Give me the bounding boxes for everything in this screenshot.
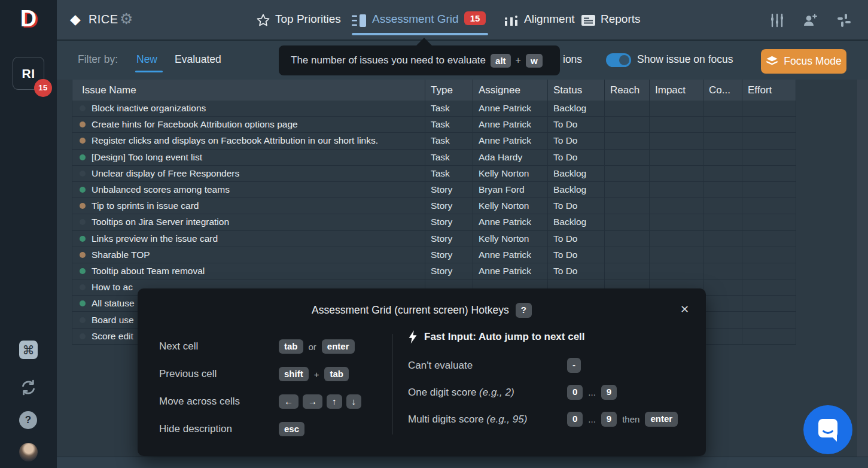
- close-icon[interactable]: ✕: [680, 303, 689, 316]
- confidence-cell[interactable]: [703, 214, 742, 230]
- filter-tab-new[interactable]: New: [136, 53, 157, 66]
- chat-launcher[interactable]: [803, 405, 852, 454]
- effort-cell[interactable]: [742, 312, 796, 327]
- issue-name-cell[interactable]: Tooltip about Team removal: [72, 263, 425, 279]
- table-row[interactable]: Tooltip about Team removalStoryAnne Patr…: [72, 263, 796, 279]
- tab-reports[interactable]: Reports: [601, 13, 641, 26]
- issue-name-cell[interactable]: Register clicks and displays on Facebook…: [72, 133, 425, 148]
- confidence-cell[interactable]: [703, 279, 742, 295]
- scrollbar-gutter[interactable]: [857, 80, 868, 457]
- effort-cell[interactable]: [742, 182, 796, 197]
- avatar[interactable]: [19, 443, 38, 461]
- help-icon[interactable]: ?: [19, 411, 37, 429]
- impact-cell[interactable]: [650, 150, 703, 165]
- column-header[interactable]: Reach: [605, 80, 650, 101]
- impact-cell[interactable]: [650, 198, 703, 214]
- confidence-cell[interactable]: [703, 263, 742, 279]
- issue-name-cell[interactable]: Unbalanced scores among teams: [72, 182, 425, 197]
- table-row[interactable]: Create hints for Facebook Attribution op…: [72, 117, 796, 133]
- effort-cell[interactable]: [742, 296, 796, 311]
- issue-name-cell[interactable]: Sharable TOP: [72, 247, 425, 263]
- tab-top-priorities[interactable]: Top Priorities: [275, 13, 341, 26]
- reach-cell[interactable]: [605, 231, 650, 247]
- app-logo[interactable]: D: [0, 6, 57, 32]
- table-row[interactable]: Tip to sprints in issue cardStoryKelly N…: [72, 198, 796, 214]
- confidence-cell[interactable]: [703, 312, 742, 327]
- impact-cell[interactable]: [650, 166, 703, 181]
- confidence-cell[interactable]: [703, 182, 742, 197]
- effort-cell[interactable]: [742, 150, 796, 165]
- table-row[interactable]: [Design] Too long event listTaskAda Hard…: [72, 150, 796, 166]
- reach-cell[interactable]: [605, 263, 650, 279]
- sliders-icon[interactable]: [770, 13, 784, 30]
- filter-tab-evaluated[interactable]: Evaluated: [175, 53, 221, 66]
- sync-icon[interactable]: [19, 378, 38, 397]
- issue-name-cell[interactable]: Links preview in the issue card: [72, 231, 425, 247]
- workspace-button[interactable]: RI 15: [13, 57, 44, 90]
- column-header[interactable]: Type: [425, 80, 473, 101]
- effort-cell[interactable]: [742, 133, 796, 148]
- effort-cell[interactable]: [742, 263, 796, 279]
- reach-cell[interactable]: [605, 101, 650, 116]
- command-icon[interactable]: ⌘: [19, 341, 38, 359]
- confidence-cell[interactable]: [703, 117, 742, 132]
- effort-cell[interactable]: [742, 279, 796, 295]
- reach-cell[interactable]: [605, 117, 650, 132]
- board-name[interactable]: RICE: [89, 13, 118, 26]
- impact-cell[interactable]: [650, 263, 703, 279]
- issue-name-cell[interactable]: Tooltips on Jira Server integration: [72, 214, 425, 230]
- table-row[interactable]: Register clicks and displays on Facebook…: [72, 133, 796, 149]
- table-row[interactable]: Unclear display of Free RespondersTaskKe…: [72, 166, 796, 182]
- reach-cell[interactable]: [605, 198, 650, 214]
- effort-cell[interactable]: [742, 101, 796, 116]
- tab-alignment[interactable]: Alignment: [524, 13, 575, 26]
- effort-cell[interactable]: [742, 231, 796, 247]
- column-header[interactable]: Co...: [703, 80, 742, 101]
- confidence-cell[interactable]: [703, 166, 742, 181]
- column-header[interactable]: Assignee: [473, 80, 548, 101]
- reach-cell[interactable]: [605, 182, 650, 197]
- issue-name-cell[interactable]: Block inactive organizations: [72, 101, 425, 116]
- add-user-icon[interactable]: [802, 13, 818, 30]
- column-header[interactable]: Impact: [650, 80, 703, 101]
- impact-cell[interactable]: [650, 182, 703, 197]
- confidence-cell[interactable]: [703, 296, 742, 311]
- table-row[interactable]: Tooltips on Jira Server integrationStory…: [72, 214, 796, 230]
- confidence-cell[interactable]: [703, 133, 742, 148]
- column-header[interactable]: Issue Name: [72, 80, 425, 101]
- effort-cell[interactable]: [742, 214, 796, 230]
- confidence-cell[interactable]: [703, 329, 742, 344]
- reach-cell[interactable]: [605, 133, 650, 148]
- table-row[interactable]: Links preview in the issue cardStoryKell…: [72, 231, 796, 247]
- impact-cell[interactable]: [650, 247, 703, 263]
- impact-cell[interactable]: [650, 117, 703, 132]
- confidence-cell[interactable]: [703, 231, 742, 247]
- impact-cell[interactable]: [650, 231, 703, 247]
- effort-cell[interactable]: [742, 329, 796, 344]
- impact-cell[interactable]: [650, 101, 703, 116]
- table-row[interactable]: Block inactive organizationsTaskAnne Pat…: [72, 101, 796, 117]
- show-issue-toggle[interactable]: [606, 53, 631, 67]
- effort-cell[interactable]: [742, 166, 796, 181]
- reach-cell[interactable]: [605, 247, 650, 263]
- confidence-cell[interactable]: [703, 198, 742, 214]
- impact-cell[interactable]: [650, 133, 703, 148]
- gear-icon[interactable]: ⚙: [120, 10, 133, 28]
- confidence-cell[interactable]: [703, 247, 742, 263]
- effort-cell[interactable]: [742, 117, 796, 132]
- confidence-cell[interactable]: [703, 101, 742, 116]
- issue-name-cell[interactable]: [Design] Too long event list: [72, 150, 425, 165]
- column-header[interactable]: Status: [548, 80, 605, 101]
- issue-name-cell[interactable]: Tip to sprints in issue card: [72, 198, 425, 214]
- tab-assessment-grid[interactable]: Assessment Grid15: [372, 13, 486, 26]
- issue-name-cell[interactable]: Create hints for Facebook Attribution op…: [72, 117, 425, 132]
- slack-icon[interactable]: [837, 13, 851, 30]
- reach-cell[interactable]: [605, 214, 650, 230]
- confidence-cell[interactable]: [703, 150, 742, 165]
- table-row[interactable]: Unbalanced scores among teamsStoryBryan …: [72, 182, 796, 198]
- help-key-chip[interactable]: ?: [516, 303, 532, 318]
- reach-cell[interactable]: [605, 166, 650, 181]
- focus-mode-button[interactable]: Focus Mode: [761, 49, 846, 74]
- table-row[interactable]: Sharable TOPStoryAnne PatrickTo Do: [72, 247, 796, 263]
- effort-cell[interactable]: [742, 198, 796, 214]
